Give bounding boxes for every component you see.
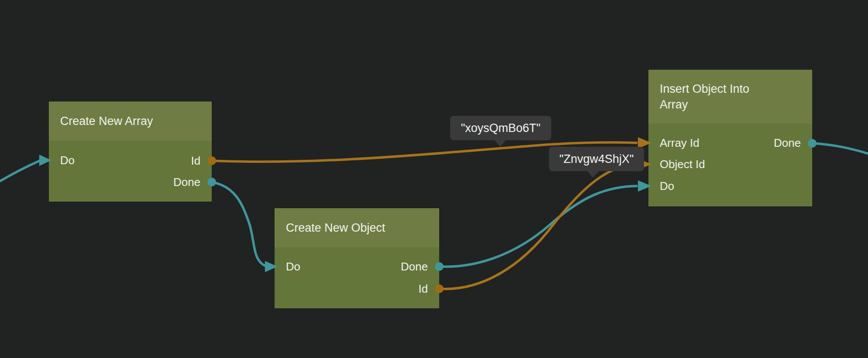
- port-label-id: Id: [418, 282, 428, 296]
- port-label-done: Done: [401, 260, 428, 274]
- port-label-done: Done: [173, 176, 200, 189]
- wire-exec-into-create-array-do[interactable]: [0, 161, 40, 186]
- node-insert-object-into-array[interactable]: Insert Object Into Array Array Id Object…: [648, 70, 812, 206]
- connection-value-text: "xoysQmBo6T": [461, 122, 541, 135]
- node-body: Do Id Done: [49, 141, 212, 202]
- node-body: Do Done Id: [275, 247, 439, 308]
- connection-value-text: "Znvgw4ShjX": [559, 152, 634, 166]
- port-label-do: Do: [60, 154, 75, 167]
- node-title: Create New Array: [60, 115, 153, 128]
- node-title: Insert Object Into Array: [660, 81, 773, 113]
- port-label-object-id: Object Id: [660, 158, 705, 171]
- node-header[interactable]: Insert Object Into Array: [648, 70, 812, 124]
- node-create-new-array[interactable]: Create New Array Do Id Done: [49, 101, 212, 202]
- wire-data-object-id[interactable]: [439, 164, 637, 289]
- port-label-array-id: Array Id: [660, 136, 699, 150]
- port-label-do: Do: [660, 179, 674, 193]
- port-label-id: Id: [191, 154, 200, 168]
- connection-value-bubble[interactable]: "Znvgw4ShjX": [549, 147, 644, 171]
- node-graph-canvas[interactable]: Create New Array Do Id Done Create New O…: [0, 0, 868, 358]
- node-header[interactable]: Create New Object: [275, 208, 439, 247]
- node-body: Array Id Object Id Do Done: [648, 124, 812, 206]
- wire-exec-object-done-to-insert-do[interactable]: [439, 186, 637, 267]
- node-create-new-object[interactable]: Create New Object Do Done Id: [275, 208, 439, 308]
- connection-value-bubble[interactable]: "xoysQmBo6T": [450, 116, 551, 140]
- wire-exec-insert-done-out[interactable]: [812, 143, 868, 155]
- node-title: Create New Object: [286, 221, 385, 235]
- wire-exec-array-done-to-object-do[interactable]: [212, 182, 266, 266]
- port-label-done: Done: [774, 136, 801, 150]
- node-header[interactable]: Create New Array: [49, 101, 212, 141]
- port-label-do: Do: [286, 260, 300, 274]
